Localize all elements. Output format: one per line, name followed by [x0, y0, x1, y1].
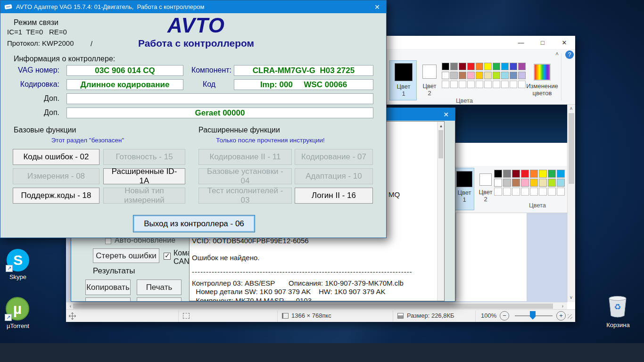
scroll-up-icon[interactable]: ˄	[568, 105, 575, 112]
zoom-slider-thumb[interactable]	[530, 311, 536, 320]
close-button[interactable]: ✕	[553, 36, 575, 49]
palette-swatch-empty[interactable]	[467, 81, 475, 88]
nested-palette	[494, 179, 565, 187]
exit-controller-button[interactable]: Выход из контроллера - 06	[133, 215, 255, 232]
palette-swatch[interactable]	[467, 63, 475, 70]
can-command-checkbox[interactable]: ✓	[164, 253, 171, 260]
edit-colors-icon[interactable]	[534, 64, 551, 81]
clipped-button[interactable]	[137, 297, 182, 302]
palette-swatch-empty[interactable]	[450, 81, 458, 88]
palette-swatch-empty[interactable]	[459, 81, 466, 88]
window-title: AVTO Адаптер VAG 15.7.4: 01-Двигатель, Р…	[16, 3, 204, 10]
basic-buttons-grid: Коды ошибок - 02Готовность - 15Измерения…	[13, 149, 185, 204]
collapse-ribbon-icon[interactable]: ˄	[555, 51, 559, 58]
paint-statusbar: 1366 × 768пкс Размер: 226,8КБ 100% − +	[66, 309, 575, 322]
close-button[interactable]: ✕	[437, 108, 455, 121]
palette-swatch[interactable]	[442, 63, 449, 70]
colors-group-label: Цвета	[438, 97, 490, 104]
palette-swatch-empty[interactable]	[484, 81, 492, 88]
close-button[interactable]: ✕	[368, 0, 386, 13]
advanced-functions-note: Только после прочтения инструкции!	[201, 137, 340, 144]
skype-label[interactable]: Skype	[1, 273, 35, 280]
palette-swatch-empty[interactable]	[442, 81, 449, 88]
advanced-function-button-5[interactable]: Логин II - 16	[295, 188, 373, 204]
palette-swatch[interactable]	[484, 63, 492, 70]
color1-button[interactable]: Цвет 1	[389, 60, 417, 100]
auto-update-checkbox[interactable]	[105, 238, 111, 244]
code-field[interactable]: Imp: 000 WSC 00066	[234, 79, 373, 90]
scroll-down-icon[interactable]: ˅	[568, 294, 575, 301]
avto-titlebar[interactable]: AVTO Адаптер VAG 15.7.4: 01-Двигатель, Р…	[0, 0, 386, 13]
extra2-field[interactable]: Geraet 00000	[66, 107, 373, 118]
palette-swatch[interactable]	[518, 72, 526, 79]
palette-swatch-empty[interactable]	[493, 81, 500, 88]
palette-swatch[interactable]	[476, 63, 483, 70]
palette-swatch[interactable]	[493, 72, 500, 79]
vag-number-field[interactable]: 03C 906 014 CQ	[66, 65, 183, 76]
extra1-field[interactable]	[66, 93, 373, 104]
palette-swatch[interactable]	[467, 72, 475, 79]
zoom-in-button[interactable]: +	[556, 311, 566, 321]
help-icon[interactable]: ?	[565, 50, 574, 59]
clear-errors-button[interactable]: Стереть ошибки	[93, 248, 159, 263]
palette-swatch	[494, 179, 502, 187]
palette-swatch[interactable]	[493, 63, 500, 70]
palette-swatch-empty[interactable]	[476, 81, 483, 88]
basic-function-button-4[interactable]: Поддерж.коды - 18	[13, 188, 99, 204]
resize-grip[interactable]	[568, 314, 572, 319]
palette-swatch[interactable]	[459, 63, 466, 70]
palette-swatch[interactable]	[484, 72, 492, 79]
copy-button[interactable]: Копировать	[85, 280, 131, 295]
scroll-thumb[interactable]	[438, 130, 443, 158]
minimize-button[interactable]: —	[510, 36, 532, 49]
palette-swatch[interactable]	[510, 72, 517, 79]
horizontal-scrollbar[interactable]: ‹ ›	[66, 302, 567, 309]
palette-swatch[interactable]	[518, 63, 526, 70]
basic-functions-note: Этот раздел "безопасен"	[19, 137, 156, 144]
palette-swatch[interactable]	[450, 63, 458, 70]
palette-swatch[interactable]	[476, 72, 483, 79]
basic-function-button-0[interactable]: Коды ошибок - 02	[13, 149, 99, 165]
utorrent-label[interactable]: µTorrent	[1, 322, 35, 329]
results-scrollbar[interactable]: ▲	[437, 122, 444, 301]
palette-swatch[interactable]	[501, 72, 509, 79]
palette-swatch[interactable]	[442, 72, 449, 79]
scroll-right-icon[interactable]: ›	[559, 303, 566, 310]
advanced-function-button-3: Адаптация - 10	[295, 168, 373, 184]
color-palette[interactable]	[442, 72, 526, 79]
image-dimensions: 1366 × 768пкс	[291, 312, 331, 319]
palette-swatch[interactable]	[459, 72, 466, 79]
palette-swatch[interactable]	[510, 63, 517, 70]
advanced-function-button-1: Кодирование - 07	[295, 149, 373, 165]
color-palette-empty[interactable]	[442, 81, 526, 88]
file-size: Размер: 226,8КБ	[407, 312, 454, 319]
palette-swatch[interactable]	[501, 63, 509, 70]
extra2-label: Доп.	[5, 108, 59, 117]
maximize-button[interactable]: □	[532, 36, 553, 49]
palette-swatch	[548, 170, 556, 178]
component-field[interactable]: CLRA-MM7GV-G H03 2725	[234, 65, 373, 76]
recycle-bin-icon[interactable]: ♻	[605, 294, 630, 321]
nested-palette	[494, 170, 565, 178]
palette-swatch[interactable]	[450, 72, 458, 79]
vertical-scrollbar[interactable]: ˄ ˅	[567, 105, 575, 302]
clipped-button[interactable]	[85, 297, 131, 302]
recycle-bin-glyph: ♻	[605, 294, 630, 321]
avto-adapter-window: AVTO Адаптер VAG 15.7.4: 01-Двигатель, Р…	[0, 0, 387, 238]
svg-text:♻: ♻	[614, 303, 621, 312]
palette-swatch	[521, 170, 529, 178]
basic-function-button-3[interactable]: Расширенные ID- 1A	[103, 168, 185, 184]
info-header: Информация о контроллере:	[14, 55, 115, 63]
print-button[interactable]: Печать	[137, 280, 182, 295]
palette-swatch-empty[interactable]	[501, 81, 509, 88]
zoom-out-button[interactable]: −	[500, 311, 509, 321]
scroll-thumb[interactable]	[569, 113, 574, 184]
coding-field[interactable]: Длинное кодирование	[66, 79, 183, 90]
color2-button[interactable]: Цвет 2	[419, 60, 440, 100]
recycle-bin-label[interactable]: Корзина	[603, 321, 633, 329]
palette-swatch	[512, 170, 520, 178]
scroll-thumb[interactable]	[73, 304, 553, 309]
scroll-up-icon[interactable]: ▲	[438, 123, 445, 130]
comm-status: IC=1 TE=0 RE=0	[7, 28, 67, 36]
color-palette[interactable]	[442, 63, 526, 70]
